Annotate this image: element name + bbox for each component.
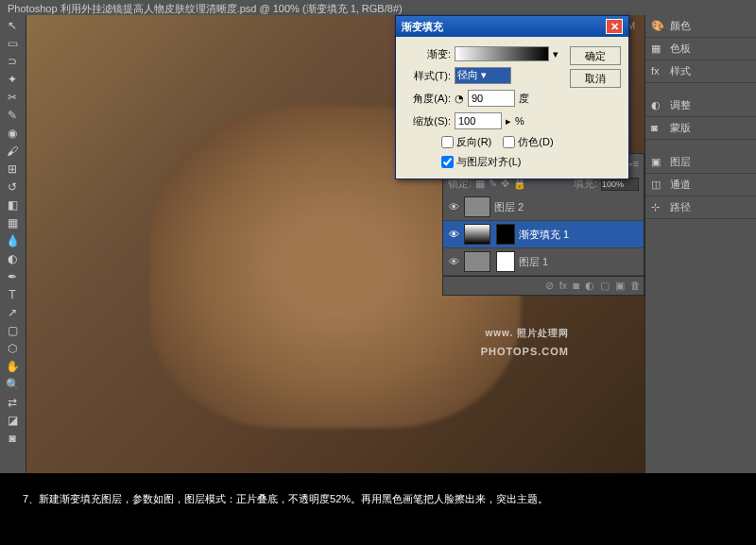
eraser-tool[interactable]: ◧ [2, 196, 23, 213]
folder-icon[interactable]: ▢ [600, 280, 610, 292]
reverse-checkbox[interactable]: 反向(R) [441, 135, 491, 149]
gradient-preview[interactable] [455, 46, 549, 61]
panel-channels[interactable]: ◫通道 [645, 174, 756, 196]
wand-tool[interactable]: ✦ [2, 71, 23, 88]
dialog-titlebar[interactable]: 渐变填充 ✕ [396, 16, 628, 37]
scale-label: 缩放(S): [404, 114, 451, 128]
layers-icon: ▣ [651, 156, 664, 169]
move-tool[interactable]: ↖ [2, 17, 23, 34]
link-icon[interactable]: ⊘ [545, 280, 554, 292]
scale-unit: % [515, 115, 524, 127]
3d-tool[interactable]: ⬡ [2, 340, 23, 357]
dither-checkbox[interactable]: 仿色(D) [503, 135, 553, 149]
visibility-icon[interactable]: 👁 [447, 229, 460, 240]
gradient-tool[interactable]: ▦ [2, 214, 23, 231]
hand-tool[interactable]: ✋ [2, 358, 23, 375]
right-panels: 🎨颜色 ▦色板 fx样式 ◐调整 ◙蒙版 ▣图层 ◫通道 ⊹路径 [644, 15, 756, 473]
title-bar: Photoshop 利用外挂滤镜提高人物皮肤纹理清晰度.psd @ 100% (… [0, 0, 756, 15]
layer-thumb[interactable] [464, 196, 490, 217]
heal-tool[interactable]: ◉ [2, 125, 23, 142]
styles-icon: fx [651, 65, 664, 78]
color-icon: 🎨 [651, 20, 664, 33]
layer-name: 图层 2 [494, 200, 524, 214]
gradient-label: 渐变: [404, 47, 451, 61]
angle-unit: 度 [519, 92, 529, 106]
fx-icon[interactable]: fx [559, 280, 568, 292]
style-label: 样式(T): [404, 69, 451, 83]
type-tool[interactable]: T [2, 286, 23, 303]
blur-tool[interactable]: 💧 [2, 232, 23, 249]
visibility-icon[interactable]: 👁 [447, 201, 460, 213]
quickmask-tool[interactable]: ◙ [2, 430, 23, 447]
visibility-icon[interactable]: 👁 [447, 256, 460, 267]
layer-name: 渐变填充 1 [519, 228, 569, 242]
angle-dial-icon[interactable]: ◔ [455, 93, 464, 105]
path-tool[interactable]: ↗ [2, 304, 23, 321]
style-select[interactable]: 径向 ▾ [455, 67, 511, 84]
angle-label: 角度(A): [404, 92, 451, 106]
color-swap[interactable]: ⇄ [2, 394, 23, 411]
layer-item[interactable]: 👁 图层 1 [443, 248, 644, 276]
close-icon[interactable]: ✕ [606, 19, 623, 34]
trash-icon[interactable]: 🗑 [630, 280, 641, 292]
gradient-dropdown-icon[interactable]: ▾ [553, 48, 558, 60]
panel-color[interactable]: 🎨颜色 [645, 15, 756, 38]
zoom-tool[interactable]: 🔍 [2, 376, 23, 393]
panel-swatches[interactable]: ▦色板 [645, 38, 756, 60]
mask-icon: ◙ [651, 122, 664, 135]
marquee-tool[interactable]: ▭ [2, 35, 23, 52]
watermark-small: www. 照片处理网 [481, 327, 569, 340]
adjust-icon: ◐ [651, 99, 664, 112]
layer-item[interactable]: 👁 渐变填充 1 [443, 221, 644, 248]
panel-styles[interactable]: fx样式 [645, 60, 756, 83]
mask-thumb[interactable] [496, 251, 515, 272]
layer-name: 图层 1 [519, 255, 548, 269]
lasso-tool[interactable]: ⊃ [2, 53, 23, 70]
panel-mask[interactable]: ◙蒙版 [645, 117, 756, 140]
scale-input[interactable] [455, 112, 502, 129]
shape-tool[interactable]: ▢ [2, 322, 23, 339]
history-brush-tool[interactable]: ↺ [2, 179, 23, 196]
watermark-big: PHOTOPS.COM [481, 346, 569, 357]
align-checkbox[interactable]: 与图层对齐(L) [441, 155, 562, 169]
crop-tool[interactable]: ✂ [2, 89, 23, 106]
pen-tool[interactable]: ✒ [2, 268, 23, 285]
tutorial-caption: 7、新建渐变填充图层，参数如图，图层模式：正片叠底，不透明度52%。再用黑色画笔… [0, 473, 756, 545]
mask-thumb[interactable] [496, 224, 515, 245]
panel-adjust[interactable]: ◐调整 [645, 94, 756, 117]
gradient-fill-dialog: 渐变填充 ✕ 渐变: ▾ 样式(T): 径向 ▾ 角度(A): ◔ 度 缩放(S… [395, 15, 629, 179]
layers-footer: ⊘ fx ◙ ◐ ▢ ▣ 🗑 [443, 276, 644, 295]
stamp-tool[interactable]: ⊞ [2, 161, 23, 178]
swatches-icon: ▦ [651, 43, 664, 56]
watermark-center: www. 照片处理网 PHOTOPS.COM [481, 327, 569, 360]
fg-bg-colors[interactable]: ◪ [2, 412, 23, 429]
layer-thumb[interactable] [464, 251, 490, 272]
eyedropper-tool[interactable]: ✎ [2, 107, 23, 124]
angle-input[interactable] [468, 90, 515, 107]
layer-item[interactable]: 👁 图层 2 [443, 194, 644, 221]
ok-button[interactable]: 确定 [570, 46, 621, 65]
new-layer-icon[interactable]: ▣ [615, 280, 625, 292]
mask-icon[interactable]: ◙ [573, 280, 579, 292]
layer-thumb[interactable] [464, 224, 490, 245]
toolbox: ↖ ▭ ⊃ ✦ ✂ ✎ ◉ 🖌 ⊞ ↺ ◧ ▦ 💧 ◐ ✒ T ↗ ▢ ⬡ ✋ … [0, 15, 26, 473]
panel-paths[interactable]: ⊹路径 [645, 196, 756, 219]
paths-icon: ⊹ [651, 201, 664, 214]
channels-icon: ◫ [651, 179, 664, 192]
scale-dropdown-icon[interactable]: ▸ [506, 115, 511, 128]
document-title: Photoshop 利用外挂滤镜提高人物皮肤纹理清晰度.psd @ 100% (… [8, 3, 403, 14]
brush-tool[interactable]: 🖌 [2, 143, 23, 160]
panel-layers[interactable]: ▣图层 [645, 151, 756, 174]
dialog-title: 渐变填充 [402, 20, 443, 34]
dodge-tool[interactable]: ◐ [2, 250, 23, 267]
cancel-button[interactable]: 取消 [570, 69, 621, 88]
adjust-icon[interactable]: ◐ [585, 280, 594, 292]
layers-list: 👁 图层 2 👁 渐变填充 1 👁 图层 1 [443, 194, 644, 276]
